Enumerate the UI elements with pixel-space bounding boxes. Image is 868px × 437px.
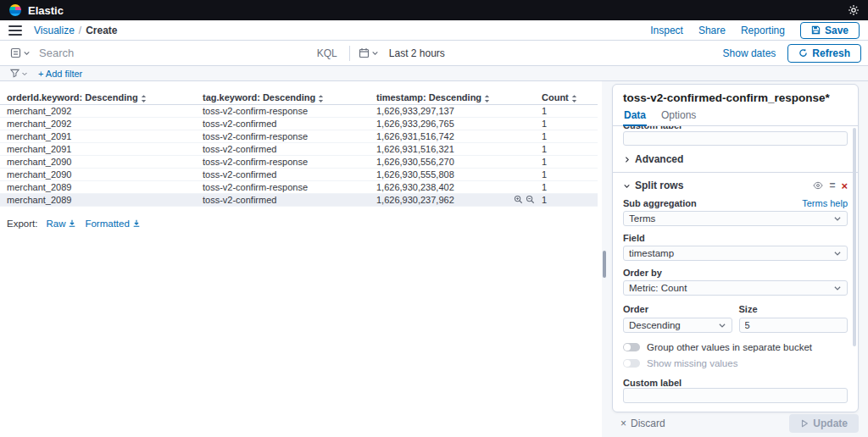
field-select[interactable]: timestamp [623, 246, 848, 261]
filter-out-icon[interactable] [526, 195, 535, 204]
breadcrumb: Visualize / Create [34, 25, 118, 36]
export-raw-link[interactable]: Raw [46, 218, 76, 229]
gear-icon[interactable] [848, 4, 860, 16]
custom-label-input-top[interactable] [623, 131, 848, 146]
table-cell[interactable]: merchant_2091 [0, 130, 199, 142]
table-cell[interactable]: toss-v2-confirm-response [199, 104, 373, 117]
size-input[interactable] [739, 318, 849, 333]
table-cell[interactable]: 1 [538, 117, 598, 130]
group-other-toggle[interactable] [623, 343, 640, 351]
table-cell[interactable]: 1,626,930,237,962 [373, 193, 538, 206]
share-link[interactable]: Share [698, 25, 726, 36]
advanced-accordion-top[interactable]: Advanced [623, 153, 848, 165]
eye-icon[interactable] [813, 180, 823, 191]
chevron-right-icon [623, 156, 631, 163]
chevron-down-icon [23, 49, 31, 57]
breadcrumb-separator: / [79, 25, 81, 36]
kql-language-button[interactable]: KQL [310, 47, 344, 59]
update-button[interactable]: Update [789, 414, 859, 433]
drag-handle-icon[interactable]: = [829, 180, 835, 191]
table-cell[interactable]: 1,626,933,296,765 [373, 117, 538, 130]
table-cell[interactable]: merchant_2090 [0, 155, 199, 168]
editor-tabs: Data Options [613, 108, 858, 126]
table-cell[interactable]: toss-v2-confirm-response [199, 180, 373, 193]
table-cell[interactable]: 1 [538, 130, 598, 142]
tab-data[interactable]: Data [623, 108, 647, 126]
save-button[interactable]: Save [800, 22, 860, 39]
discard-button[interactable]: × Discard [620, 418, 665, 429]
table-cell[interactable]: merchant_2092 [0, 104, 199, 117]
order-by-select[interactable]: Metric: Count [623, 280, 848, 296]
table-cell[interactable]: 1 [538, 142, 598, 155]
table-row: merchant_2092toss-v2-confirm-response1,6… [0, 104, 598, 117]
scrollbar-thumb[interactable] [603, 251, 606, 278]
size-label: Size [739, 304, 758, 314]
main-area: orderId.keyword: Descending tag.keyword:… [0, 81, 868, 437]
column-header-count[interactable]: Count [538, 91, 598, 104]
sidebar-scrollbar[interactable] [853, 128, 856, 346]
table-cell[interactable]: 1,626,933,297,137 [373, 104, 538, 117]
saved-query-menu-button[interactable] [7, 47, 34, 58]
vertical-scrollbar[interactable] [602, 81, 607, 437]
date-picker-menu-button[interactable] [355, 47, 382, 58]
table-cell[interactable]: 1 [538, 155, 598, 168]
column-header-tag[interactable]: tag.keyword: Descending [199, 91, 373, 104]
table-cell[interactable]: toss-v2-confirm-response [199, 155, 373, 168]
table-cell[interactable]: 1,626,931,516,321 [373, 142, 538, 155]
order-select[interactable]: Descending [623, 318, 732, 333]
show-dates-button[interactable]: Show dates [723, 47, 776, 59]
table-cell[interactable]: 1 [538, 180, 598, 193]
remove-aggregation-icon[interactable]: × [841, 180, 848, 191]
table-cell[interactable]: 1 [538, 193, 598, 206]
column-header-orderid[interactable]: orderId.keyword: Descending [0, 91, 199, 104]
brand-title: Elastic [28, 4, 64, 17]
advanced-accordion-bottom[interactable]: Advanced [623, 411, 848, 412]
editor-scroll-area: Custom label Advanced Split rows [613, 126, 858, 412]
tab-options[interactable]: Options [660, 108, 697, 125]
breadcrumb-visualize[interactable]: Visualize [34, 25, 75, 36]
table-cell[interactable]: merchant_2089 [0, 180, 199, 193]
table-cell[interactable]: 1,626,930,556,270 [373, 155, 538, 168]
sub-aggregation-select[interactable]: Terms [623, 211, 848, 226]
table-cell[interactable]: toss-v2-confirmed [199, 193, 373, 206]
reporting-link[interactable]: Reporting [741, 25, 785, 36]
table-body: merchant_2092toss-v2-confirm-response1,6… [0, 104, 598, 206]
cell-filter-actions [514, 195, 535, 204]
filter-for-icon[interactable] [514, 195, 523, 204]
refresh-button[interactable]: Refresh [787, 44, 861, 63]
table-cell[interactable]: 1 [538, 104, 598, 117]
sort-icon [484, 95, 490, 102]
group-other-toggle-row: Group other values in separate bucket [623, 342, 848, 352]
table-cell[interactable]: merchant_2091 [0, 142, 199, 155]
filter-options-button[interactable] [7, 69, 31, 78]
table-cell[interactable]: merchant_2092 [0, 117, 199, 130]
terms-help-link[interactable]: Terms help [802, 198, 848, 208]
time-range-button[interactable]: Last 2 hours [389, 47, 445, 59]
table-cell[interactable]: toss-v2-confirm-response [199, 130, 373, 142]
table-cell[interactable]: toss-v2-confirmed [199, 142, 373, 155]
table-cell[interactable]: toss-v2-confirmed [199, 168, 373, 180]
split-rows-title: Split rows [635, 180, 809, 191]
save-icon [811, 25, 821, 35]
table-cell[interactable]: 1,626,931,516,742 [373, 130, 538, 142]
menu-icon[interactable] [8, 25, 22, 36]
export-formatted-link[interactable]: Formatted [85, 218, 140, 229]
show-missing-toggle [623, 359, 640, 368]
inspect-link[interactable]: Inspect [650, 25, 683, 36]
chevron-down-icon[interactable] [623, 182, 631, 190]
table-cell[interactable]: 1,626,930,238,402 [373, 180, 538, 193]
editor-sidebar: toss-v2-confirmed-confirm_response* Data… [607, 81, 868, 437]
table-cell[interactable]: merchant_2089 [0, 193, 199, 206]
table-cell[interactable]: 1 [538, 168, 598, 180]
table-cell[interactable]: 1,626,930,555,808 [373, 168, 538, 180]
table-cell[interactable]: merchant_2090 [0, 168, 199, 180]
chevron-down-icon [718, 321, 726, 329]
column-header-timestamp[interactable]: timestamp: Descending [373, 91, 538, 104]
search-input[interactable] [39, 47, 310, 59]
custom-label-input[interactable] [623, 388, 848, 403]
export-row: Export: Raw Formatted [7, 218, 602, 229]
add-filter-button[interactable]: + Add filter [38, 69, 82, 79]
table-cell[interactable]: toss-v2-confirmed [199, 117, 373, 130]
order-label: Order [623, 304, 648, 314]
sort-icon [141, 95, 147, 102]
